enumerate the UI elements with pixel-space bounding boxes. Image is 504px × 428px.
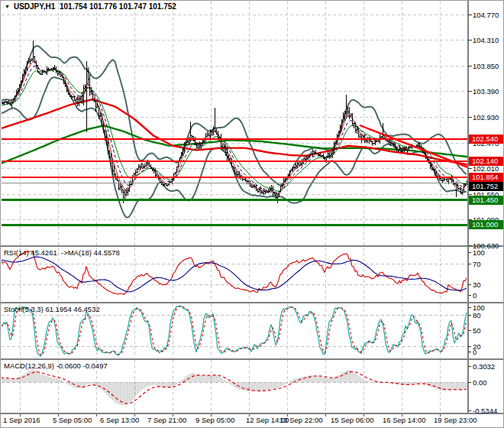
stoch-scale-label: 50 [473, 326, 481, 335]
time-tick-label: 6 Sep 13:00 [100, 416, 139, 424]
chart-title: USDJPY,H1 101.754 101.776 101.747 101.75… [14, 2, 176, 11]
rsi-scale-label: 30 [473, 280, 481, 289]
stoch-scale-label: 0 [473, 348, 477, 356]
price-tick-label: 103.850 [473, 62, 499, 70]
macd-scale-label: 0.00 [473, 378, 487, 387]
price-tick-label: 102.930 [473, 113, 499, 122]
price-tick-label: 103.390 [473, 87, 499, 96]
time-tick-label: 7 Sep 21:00 [147, 416, 186, 424]
macd-scale-label: -0.5344 [473, 407, 497, 415]
price-tag: 102.140 [469, 157, 504, 166]
price-tag: 101.854 [469, 173, 504, 182]
price-tick-label: 104.770 [473, 11, 499, 19]
rsi-indicator-label: RSI(14) 45.4261 ->MA(18) 44.5578 [4, 248, 120, 257]
time-tick-label: 9 Sep 05:00 [195, 416, 234, 424]
macd-scale-label: 0.3032 [473, 362, 495, 371]
price-tag: 102.540 [469, 135, 504, 144]
price-tick-label: 104.310 [473, 36, 499, 44]
time-tick-label: 15 Sep 06:00 [331, 416, 374, 424]
price-tag: 101.752 [469, 182, 504, 191]
stoch-scale-label: 80 [473, 311, 481, 319]
time-tick-label: 5 Sep 05:00 [53, 416, 92, 424]
time-tick-label: 16 Sep 14:00 [383, 416, 426, 424]
rsi-scale-label: 100 [473, 248, 485, 257]
macd-indicator-label: MACD(12,26,9) -0.0600 -0.0497 [4, 362, 108, 370]
chart-title-bar: ▼ USDJPY,H1 101.754 101.776 101.747 101.… [5, 2, 176, 11]
time-tick-label: 19 Sep 23:00 [434, 416, 477, 424]
mt4-chart-window: ▼ USDJPY,H1 101.754 101.776 101.747 101.… [0, 0, 504, 428]
price-tag: 101.450 [469, 196, 504, 205]
time-tick-label: 13 Sep 22:00 [279, 416, 323, 424]
symbol-dropdown-icon[interactable]: ▼ [5, 4, 10, 9]
time-tick-label: 1 Sep 2016 [3, 416, 40, 424]
rsi-scale-label: 70 [473, 260, 481, 268]
rsi-scale-label: 0 [473, 291, 477, 300]
stoch-indicator-label: Stoch(5,3,3) 61.1954 46.4532 [4, 305, 100, 313]
price-tag: 101.000 [469, 220, 504, 229]
